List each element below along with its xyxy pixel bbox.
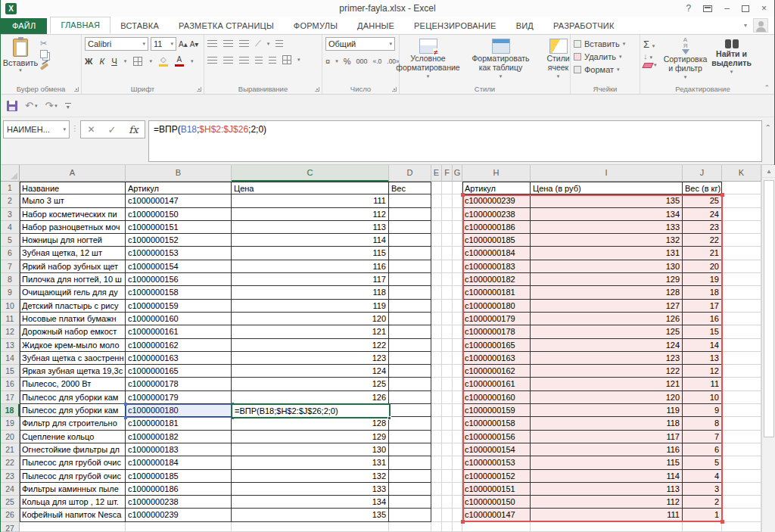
bold-button[interactable]: Ж [85,57,92,66]
cell-A25[interactable]: Кольца для штор , 12 шт. [20,496,126,509]
align-right-icon[interactable] [239,57,249,64]
row-header-22[interactable]: 22 [1,456,20,469]
column-header-C[interactable]: C [232,165,389,182]
paste-button[interactable]: Вставить ▾ [4,37,37,73]
cell-K20[interactable] [722,431,761,443]
cell-B2[interactable]: c1000000147 [126,194,232,207]
cell-A19[interactable]: Фильтр для строительно [20,417,126,430]
cell-C7[interactable]: 116 [232,260,389,273]
tab-file[interactable]: ФАЙЛ [1,18,47,34]
row-header-17[interactable]: 17 [1,391,20,404]
cell-J17[interactable]: 10 [683,391,722,404]
close-icon[interactable]: × [761,4,767,13]
cell-A12[interactable]: Дорожный набор емкост [20,325,126,338]
cell-K22[interactable] [722,456,761,469]
wrap-text-icon[interactable] [275,40,283,47]
cell-D26[interactable] [389,509,431,521]
cell-H14[interactable]: c1000000163 [462,352,531,365]
cell-B18[interactable]: c1000000180 [126,404,232,417]
fill-color-button[interactable]: ◇ [159,56,168,67]
cell-A23[interactable]: Пылесос для грубой очис [20,470,126,483]
cell-B21[interactable]: c1000000183 [126,443,232,456]
cell-B8[interactable]: c1000000156 [126,273,232,286]
cell-I1[interactable]: Цена (в руб) [531,182,683,194]
cell-H10[interactable]: c1000000180 [462,300,531,313]
cell-H20[interactable]: c1000000156 [462,431,531,443]
cell-I12[interactable]: 125 [531,325,683,338]
cell-H26[interactable]: c1000000147 [462,509,531,521]
column-header-B[interactable]: B [126,165,232,182]
align-middle-icon[interactable] [223,40,233,47]
cell-F24[interactable] [442,483,453,496]
cell-A15[interactable]: Яркая зубная щетка 19,3с [20,365,126,378]
cell-K17[interactable] [722,391,761,404]
cell-G10[interactable] [453,300,462,313]
cell-H9[interactable]: c1000000181 [462,286,531,299]
cell-E23[interactable] [431,470,442,483]
cell-K9[interactable] [722,286,761,299]
scroll-up-icon[interactable]: ▲ [762,165,775,178]
cell-D8[interactable] [389,273,431,286]
cell-F4[interactable] [442,221,453,234]
cell-C19[interactable]: 128 [232,417,389,430]
column-header-I[interactable]: I [531,165,683,182]
cell-F25[interactable] [442,496,453,509]
cell-J7[interactable]: 20 [683,260,722,273]
cancel-icon[interactable]: ✕ [87,124,95,135]
tab-insert[interactable]: ВСТАВКА [110,18,169,34]
cell-D3[interactable] [389,208,431,221]
cell-E13[interactable] [431,339,442,352]
cell-J16[interactable]: 11 [683,378,722,390]
cell-H6[interactable]: c1000000184 [462,247,531,260]
cell-H8[interactable]: c1000000182 [462,273,531,286]
collapse-formula-bar-icon[interactable]: ⌃ [765,123,771,132]
cell-D19[interactable] [389,417,431,430]
minimize-icon[interactable]: – [724,4,730,13]
cell-G16[interactable] [453,378,462,390]
copy-icon[interactable] [40,50,48,58]
cell-A18[interactable]: Пылесос для уборки кам [20,404,126,417]
cell-K10[interactable] [722,300,761,313]
column-header-A[interactable]: A [20,165,126,182]
cell-G5[interactable] [453,234,462,247]
cell-I8[interactable]: 129 [531,273,683,286]
tab-data[interactable]: ДАННЫЕ [347,18,404,34]
cell-A1[interactable]: Название [20,182,126,194]
cell-A9[interactable]: Очищающий гель для ду [20,286,126,299]
cell-K4[interactable] [722,221,761,234]
cell-F5[interactable] [442,234,453,247]
cell-H4[interactable]: c1000000186 [462,221,531,234]
cell-J21[interactable]: 6 [683,443,722,456]
find-select-button[interactable]: Найти и выделить ▾ [710,37,754,82]
cell-B12[interactable]: c1000000161 [126,325,232,338]
user-avatar[interactable] [753,18,768,33]
cell-J5[interactable]: 22 [683,234,722,247]
save-button[interactable] [7,101,17,111]
cell-B24[interactable]: c1000000186 [126,483,232,496]
row-header-19[interactable]: 19 [1,417,20,430]
align-top-icon[interactable] [207,40,217,47]
cell-K5[interactable] [722,234,761,247]
cell-I4[interactable]: 133 [531,221,683,234]
cell-A27[interactable] [20,522,126,532]
cell-J8[interactable]: 19 [683,273,722,286]
cell-F20[interactable] [442,431,453,443]
cell-F10[interactable] [442,300,453,313]
cell-F16[interactable] [442,378,453,390]
cell-F2[interactable] [442,194,453,207]
cell-B9[interactable]: c1000000158 [126,286,232,299]
cell-G25[interactable] [453,496,462,509]
row-header-25[interactable]: 25 [1,496,20,509]
active-cell-editor[interactable]: =ВПР(B18;$H$2:$J$26;2;0) [231,403,391,419]
dialog-launcher-icon[interactable] [197,87,201,92]
tab-review[interactable]: РЕЦЕНЗИРОВАНИЕ [404,18,506,34]
cell-A16[interactable]: Пылесос, 2000 Вт [20,378,126,390]
cell-A3[interactable]: Набор косметических пи [20,208,126,221]
cell-A5[interactable]: Ножницы для ногтей [20,234,126,247]
cell-H21[interactable]: c1000000154 [462,443,531,456]
cell-D2[interactable] [389,194,431,207]
row-header-14[interactable]: 14 [1,352,20,365]
cell-C6[interactable]: 115 [232,247,389,260]
cell-F23[interactable] [442,470,453,483]
cell-D10[interactable] [389,300,431,313]
